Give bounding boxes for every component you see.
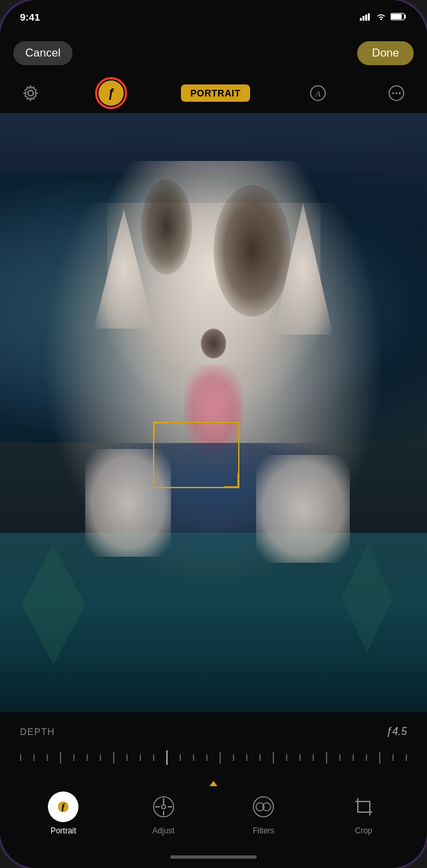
more-options-button[interactable]	[386, 82, 407, 104]
status-bar: 9:41	[0, 0, 427, 33]
tick	[406, 754, 407, 761]
filters-tool[interactable]: Filters	[240, 792, 287, 835]
top-controls: Cancel Done	[0, 33, 427, 73]
tools-row: ƒ Portrait	[0, 792, 427, 845]
filters-tool-icon	[248, 792, 279, 822]
battery-icon	[390, 13, 407, 21]
phone-frame: 9:41	[0, 0, 427, 868]
depth-header: DEPTH ƒ4.5	[20, 726, 407, 738]
tick	[219, 752, 221, 764]
tick	[73, 754, 74, 761]
tick	[113, 752, 114, 764]
depth-section: DEPTH ƒ4.5	[0, 712, 427, 774]
svg-point-12	[399, 92, 401, 94]
crop-tool[interactable]: Crop	[341, 792, 387, 835]
tick-center	[166, 750, 168, 765]
focus-box	[153, 422, 239, 488]
wifi-icon	[376, 13, 386, 21]
svg-text:A: A	[315, 88, 321, 98]
tick	[379, 752, 380, 764]
tick	[180, 754, 181, 761]
tick	[153, 754, 154, 761]
tick	[326, 752, 327, 764]
crop-icon-svg	[352, 795, 376, 819]
photo-paw-right	[256, 455, 350, 563]
svg-point-6	[28, 90, 33, 96]
tick	[233, 754, 234, 761]
crop-tool-icon	[349, 792, 379, 822]
depth-slider[interactable]	[20, 748, 407, 768]
portrait-icon-svg: ƒ	[54, 797, 72, 816]
adjust-tool-icon	[148, 792, 179, 822]
svg-point-11	[396, 92, 398, 94]
bottom-toolbar: ƒ Portrait	[0, 774, 427, 845]
status-icons	[360, 13, 407, 21]
svg-text:ƒ: ƒ	[61, 802, 66, 812]
svg-rect-3	[368, 13, 370, 21]
svg-point-10	[392, 92, 394, 94]
portrait-tool-icon: ƒ	[48, 792, 78, 822]
f-aperture-container: ƒ	[98, 80, 124, 106]
tick	[86, 754, 88, 761]
tick	[392, 754, 394, 761]
svg-rect-5	[391, 14, 402, 19]
tick	[33, 754, 35, 761]
filters-tool-label: Filters	[253, 826, 275, 835]
photo-dark-patch-1	[214, 185, 291, 317]
tick	[273, 752, 274, 764]
tick	[299, 754, 301, 761]
dog-photo	[0, 113, 427, 712]
portrait-badge: PORTRAIT	[181, 84, 250, 102]
adjust-tool-label: Adjust	[152, 826, 174, 835]
tick	[313, 754, 314, 761]
adjust-icon-svg	[152, 795, 176, 819]
tick	[126, 754, 128, 761]
tick	[47, 754, 48, 761]
tick	[60, 752, 61, 764]
tick	[259, 754, 261, 761]
tick	[353, 754, 354, 761]
tick	[246, 754, 247, 761]
portrait-tool-label: Portrait	[51, 826, 76, 835]
portrait-tool[interactable]: ƒ Portrait	[40, 792, 86, 835]
tick	[100, 754, 101, 761]
depth-label: DEPTH	[20, 726, 55, 737]
tick	[193, 754, 194, 761]
depth-value: ƒ4.5	[386, 726, 407, 738]
time: 9:41	[20, 11, 40, 23]
f-aperture-button[interactable]: ƒ	[98, 80, 124, 106]
tick	[206, 754, 208, 761]
active-tool-indicator	[210, 781, 217, 786]
tick	[20, 754, 21, 761]
crop-tool-label: Crop	[355, 826, 372, 835]
screen: 9:41	[0, 0, 427, 868]
photo-container	[0, 113, 427, 712]
f-symbol: ƒ	[108, 86, 114, 100]
adjust-tool[interactable]: Adjust	[140, 792, 187, 835]
tick	[339, 754, 341, 761]
cancel-button[interactable]: Cancel	[13, 41, 72, 65]
home-indicator	[0, 845, 427, 868]
home-bar	[170, 855, 257, 859]
tick	[140, 754, 141, 761]
done-button[interactable]: Done	[357, 41, 414, 65]
tick	[286, 754, 287, 761]
gear-icon[interactable]	[20, 82, 41, 104]
tick	[366, 754, 367, 761]
portrait-controls: ƒ PORTRAIT A	[0, 73, 427, 113]
a-icon[interactable]: A	[307, 82, 329, 104]
svg-rect-0	[360, 18, 362, 21]
svg-rect-2	[365, 15, 367, 21]
filters-icon-svg	[251, 795, 275, 819]
tool-indicator	[0, 781, 427, 786]
svg-rect-1	[362, 16, 364, 21]
slider-ticks	[20, 751, 407, 764]
photo-dark-patch-2	[141, 179, 192, 275]
signal-icon	[360, 13, 372, 21]
